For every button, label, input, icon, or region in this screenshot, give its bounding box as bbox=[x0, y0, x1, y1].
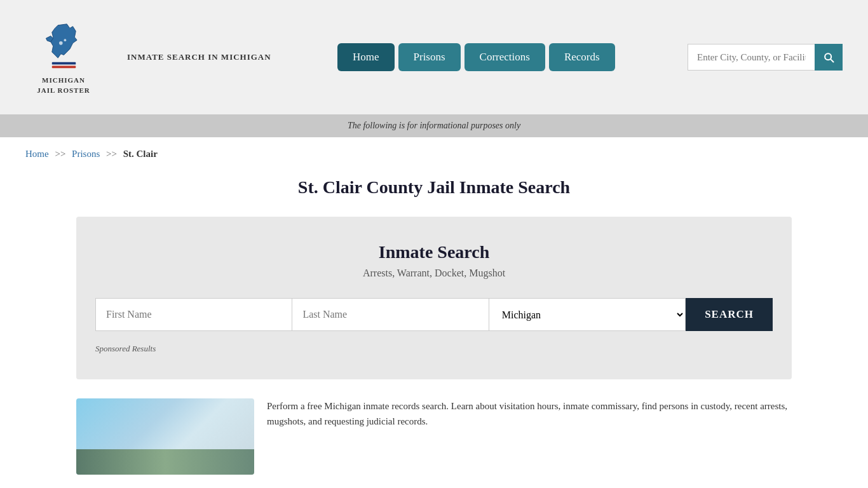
info-bar: The following is for informational purpo… bbox=[0, 114, 868, 137]
michigan-logo-icon bbox=[40, 19, 88, 73]
state-select[interactable]: AlabamaAlaskaArizonaArkansasCaliforniaCo… bbox=[489, 298, 686, 331]
svg-rect-5 bbox=[51, 66, 76, 69]
search-fields: AlabamaAlaskaArizonaArkansasCaliforniaCo… bbox=[95, 298, 773, 331]
main-nav: Home Prisons Corrections Records bbox=[290, 43, 662, 71]
logo-area: MICHIGAN JAIL ROSTER bbox=[25, 19, 102, 95]
search-box-title: Inmate Search bbox=[95, 242, 773, 262]
header-search-button[interactable] bbox=[815, 44, 843, 71]
nav-home-button[interactable]: Home bbox=[337, 43, 395, 71]
nav-corrections-button[interactable]: Corrections bbox=[465, 43, 545, 71]
bottom-description: Perform a free Michigan inmate records s… bbox=[267, 398, 792, 429]
svg-rect-4 bbox=[51, 62, 76, 65]
breadcrumb-sep-1: >> bbox=[55, 149, 65, 159]
nav-prisons-button[interactable]: Prisons bbox=[398, 43, 461, 71]
bottom-image bbox=[76, 398, 254, 475]
svg-marker-0 bbox=[50, 24, 76, 58]
search-box-subtitle: Arrests, Warrant, Docket, Mugshot bbox=[95, 268, 773, 279]
page-title: St. Clair County Jail Inmate Search bbox=[0, 177, 868, 198]
last-name-input[interactable] bbox=[292, 298, 488, 331]
breadcrumb: Home >> Prisons >> St. Clair bbox=[0, 137, 868, 171]
header-search-area bbox=[688, 44, 843, 71]
svg-point-3 bbox=[64, 39, 66, 41]
breadcrumb-current: St. Clair bbox=[123, 149, 158, 159]
sponsored-results: Sponsored Results bbox=[95, 344, 773, 354]
nav-records-button[interactable]: Records bbox=[549, 43, 615, 71]
site-name: MICHIGAN JAIL ROSTER bbox=[37, 76, 90, 95]
svg-point-2 bbox=[59, 41, 63, 45]
first-name-input[interactable] bbox=[95, 298, 292, 331]
search-button[interactable]: SEARCH bbox=[686, 298, 773, 331]
breadcrumb-home-link[interactable]: Home bbox=[25, 149, 49, 159]
search-icon bbox=[822, 51, 835, 64]
breadcrumb-sep-2: >> bbox=[106, 149, 117, 159]
search-container: Inmate Search Arrests, Warrant, Docket, … bbox=[76, 217, 792, 379]
bottom-section: Perform a free Michigan inmate records s… bbox=[0, 379, 868, 488]
inmate-search-title: INMATE SEARCH IN MICHIGAN bbox=[127, 52, 271, 62]
header: MICHIGAN JAIL ROSTER INMATE SEARCH IN MI… bbox=[0, 0, 868, 114]
header-search-input[interactable] bbox=[688, 44, 815, 71]
breadcrumb-prisons-link[interactable]: Prisons bbox=[72, 149, 100, 159]
